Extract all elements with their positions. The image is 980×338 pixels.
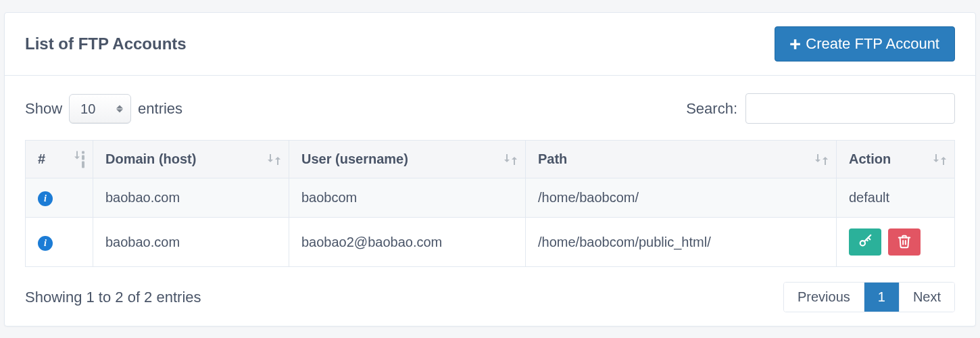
column-header-user-label: User (username) [301, 151, 408, 166]
create-button-label: Create FTP Account [806, 35, 939, 53]
cell-user: baobao2@baobao.com [289, 218, 526, 267]
table-header-row: # Domain (host) [26, 141, 955, 178]
length-control: Show 102550100 entries [25, 94, 182, 124]
sort-icon [504, 154, 517, 165]
column-header-domain[interactable]: Domain (host) [93, 141, 289, 178]
panel-body: Show 102550100 entries Search: [5, 76, 975, 326]
column-header-domain-label: Domain (host) [105, 151, 196, 166]
trash-icon [897, 234, 912, 251]
pagination-previous[interactable]: Previous [784, 283, 864, 312]
cell-path: /home/baobcom/public_html/ [526, 218, 837, 267]
search-control: Search: [686, 93, 955, 124]
table-head: # Domain (host) [26, 141, 955, 178]
column-header-action[interactable]: Action [837, 141, 955, 178]
sort-icon [74, 151, 84, 168]
cell-user: baobcom [289, 178, 526, 218]
action-buttons [849, 228, 921, 256]
table-controls: Show 102550100 entries Search: [25, 93, 955, 124]
create-ftp-account-button[interactable]: ➕︎ Create FTP Account [775, 26, 955, 62]
table-footer: Showing 1 to 2 of 2 entries Previous 1 N… [25, 282, 955, 312]
length-select-wrap: 102550100 [69, 94, 131, 124]
column-header-user[interactable]: User (username) [289, 141, 526, 178]
ftp-accounts-panel: List of FTP Accounts ➕︎ Create FTP Accou… [4, 12, 976, 327]
key-icon [858, 234, 873, 251]
search-label: Search: [686, 100, 737, 118]
column-header-path-label: Path [538, 151, 567, 166]
search-input[interactable] [745, 93, 955, 124]
row-info-cell[interactable]: i [26, 218, 93, 267]
cell-path: /home/baobcom/ [526, 178, 837, 218]
column-header-index-label: # [38, 151, 45, 166]
sort-icon [268, 154, 280, 165]
plus-icon: ➕︎ [790, 37, 800, 51]
ftp-accounts-table: # Domain (host) [25, 140, 955, 267]
show-suffix-label: entries [138, 100, 182, 118]
cell-action: default [837, 178, 955, 218]
sort-icon [933, 154, 946, 165]
length-select[interactable]: 102550100 [69, 94, 131, 124]
column-header-action-label: Action [849, 151, 891, 166]
table-row: ibaobao.combaobcom/home/baobcom/default [26, 178, 955, 218]
column-header-path[interactable]: Path [526, 141, 837, 178]
info-icon[interactable]: i [38, 191, 53, 206]
sort-icon [815, 154, 828, 165]
info-icon[interactable]: i [38, 236, 53, 251]
panel-header: List of FTP Accounts ➕︎ Create FTP Accou… [5, 13, 975, 76]
action-default-label: default [849, 190, 889, 205]
pagination-page-1[interactable]: 1 [864, 283, 900, 312]
show-prefix-label: Show [25, 100, 62, 118]
cell-domain: baobao.com [93, 178, 289, 218]
page-title: List of FTP Accounts [25, 34, 187, 53]
delete-button[interactable] [888, 228, 921, 256]
cell-domain: baobao.com [93, 218, 289, 267]
pagination: Previous 1 Next [783, 282, 955, 312]
change-password-button[interactable] [849, 228, 881, 256]
row-info-cell[interactable]: i [26, 178, 93, 218]
table-info: Showing 1 to 2 of 2 entries [25, 289, 201, 306]
table-body: ibaobao.combaobcom/home/baobcom/defaulti… [26, 178, 955, 267]
cell-action [837, 218, 955, 267]
pagination-next[interactable]: Next [900, 283, 954, 312]
table-row: ibaobao.combaobao2@baobao.com/home/baobc… [26, 218, 955, 267]
column-header-index[interactable]: # [26, 141, 93, 178]
